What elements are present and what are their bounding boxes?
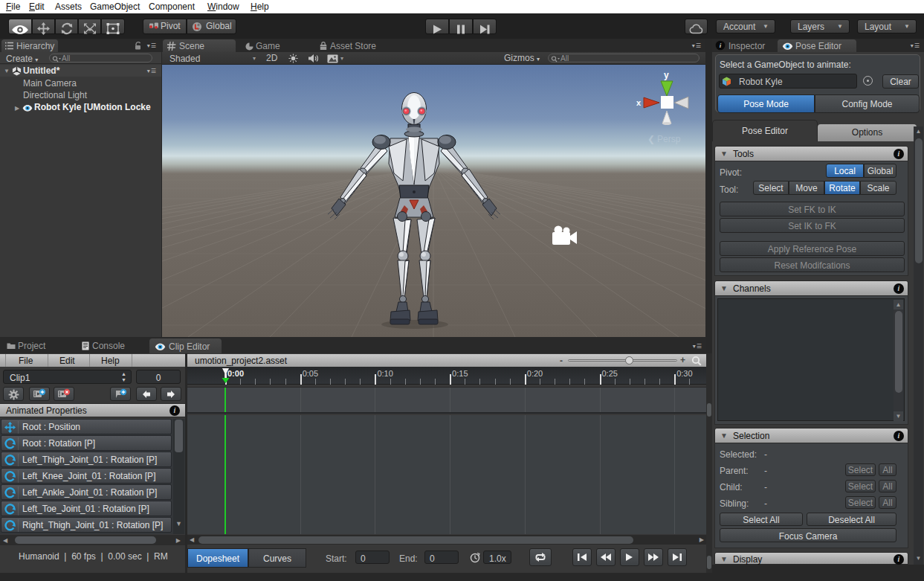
svg-text:Persp: Persp — [657, 134, 681, 144]
svg-text:x: x — [636, 98, 642, 107]
svg-text:❮: ❮ — [647, 134, 655, 144]
svg-text:y: y — [664, 70, 669, 80]
